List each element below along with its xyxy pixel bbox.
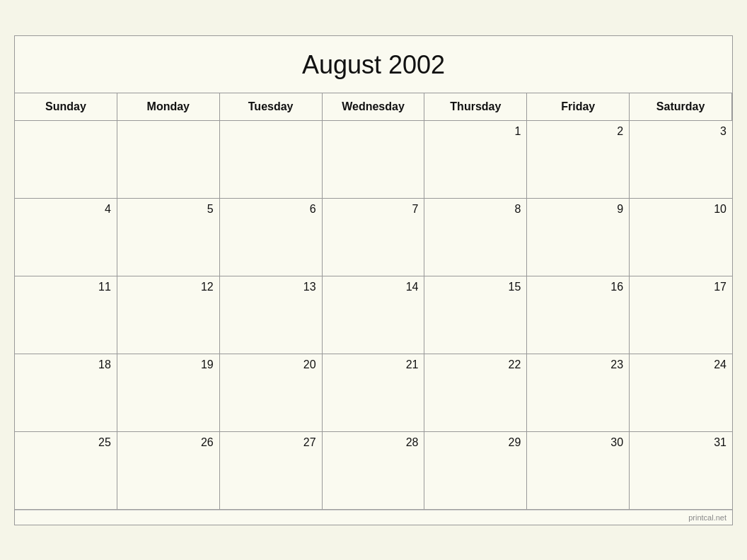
- day-cell-7: 7: [323, 199, 425, 276]
- day-cell-21: 21: [323, 354, 425, 432]
- day-cell-19: 19: [117, 354, 220, 432]
- calendar-grid: Sunday Monday Tuesday Wednesday Thursday…: [15, 93, 732, 510]
- day-cell: [117, 121, 220, 199]
- header-sunday: Sunday: [15, 93, 117, 121]
- day-cell-16: 16: [527, 276, 630, 354]
- day-cell: [323, 121, 425, 199]
- header-saturday: Saturday: [630, 93, 732, 121]
- header-tuesday: Tuesday: [220, 93, 323, 121]
- day-cell-15: 15: [424, 276, 527, 354]
- day-cell-25: 25: [15, 432, 117, 510]
- day-cell: [220, 121, 323, 199]
- day-cell-11: 11: [15, 276, 117, 354]
- day-cell-28: 28: [323, 432, 425, 510]
- day-cell-18: 18: [15, 354, 117, 432]
- day-cell-29: 29: [424, 432, 527, 510]
- day-cell: [15, 121, 117, 199]
- calendar: August 2002 Sunday Monday Tuesday Wednes…: [14, 35, 733, 525]
- day-cell-13: 13: [220, 276, 323, 354]
- day-cell-2: 2: [527, 121, 630, 199]
- day-cell-8: 8: [424, 199, 527, 276]
- day-cell-14: 14: [323, 276, 425, 354]
- day-cell-9: 9: [527, 199, 630, 276]
- day-cell-1: 1: [424, 121, 527, 199]
- day-cell-30: 30: [527, 432, 630, 510]
- day-cell-4: 4: [15, 199, 117, 276]
- day-cell-17: 17: [630, 276, 732, 354]
- calendar-title: August 2002: [15, 36, 732, 93]
- day-cell-22: 22: [424, 354, 527, 432]
- day-cell-26: 26: [117, 432, 220, 510]
- day-cell-5: 5: [117, 199, 220, 276]
- day-cell-24: 24: [630, 354, 732, 432]
- header-wednesday: Wednesday: [323, 93, 425, 121]
- day-cell-6: 6: [220, 199, 323, 276]
- header-thursday: Thursday: [424, 93, 527, 121]
- day-cell-3: 3: [630, 121, 732, 199]
- day-cell-20: 20: [220, 354, 323, 432]
- day-cell-27: 27: [220, 432, 323, 510]
- header-monday: Monday: [117, 93, 220, 121]
- header-friday: Friday: [527, 93, 630, 121]
- day-cell-23: 23: [527, 354, 630, 432]
- day-cell-10: 10: [630, 199, 732, 276]
- watermark: printcal.net: [15, 510, 732, 525]
- day-cell-12: 12: [117, 276, 220, 354]
- day-cell-31: 31: [630, 432, 732, 510]
